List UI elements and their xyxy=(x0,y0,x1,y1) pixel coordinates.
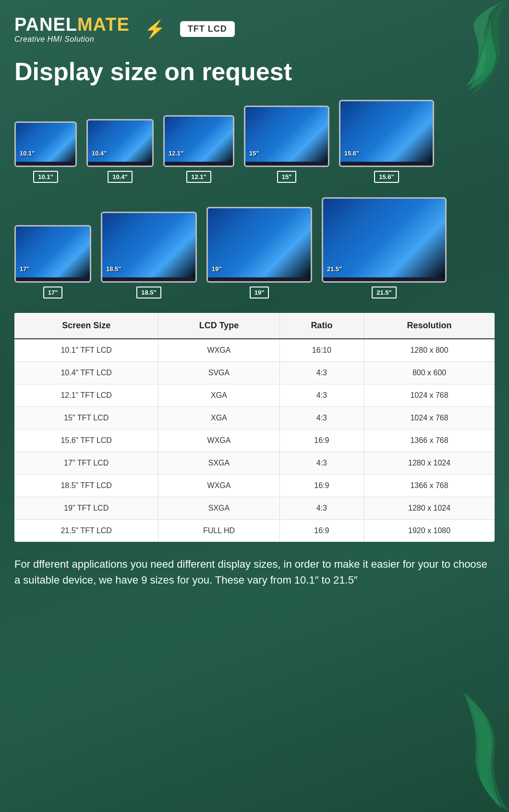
size-badge-185: 18.5" xyxy=(136,287,161,299)
monitor-image-215: 21.5" xyxy=(322,197,447,283)
col-header-resolution: Resolution xyxy=(364,313,495,339)
size-badge-19: 19" xyxy=(250,287,269,299)
table-row: 21.5" TFT LCDFULL HD16:91920 x 1080 xyxy=(14,520,495,542)
monitor-item-156: 15.6" 15.6" xyxy=(339,100,434,183)
col-header-ratio: Ratio xyxy=(279,313,364,339)
cell-resolution: 1280 x 800 xyxy=(364,339,495,362)
cell-resolution: 1024 x 768 xyxy=(364,407,495,430)
logo: PANEL MATE xyxy=(14,14,130,35)
monitor-item-17: 17" 17" xyxy=(14,225,91,299)
monitor-item-121: 12.1" 12.1" xyxy=(163,115,234,183)
specs-table: Screen Size LCD Type Ratio Resolution 10… xyxy=(14,313,495,542)
logo-area: PANEL MATE Creative HMI Solution xyxy=(14,14,130,44)
cell-resolution: 1366 x 768 xyxy=(364,475,495,497)
table-row: 12.1" TFT LCDXGA4:31024 x 768 xyxy=(14,384,495,407)
table-row: 18.5" TFT LCDWXGA16:91366 x 768 xyxy=(14,475,495,497)
table-body: 10.1" TFT LCDWXGA16:101280 x 80010.4" TF… xyxy=(14,339,495,542)
monitors-row-1: 10.1" 10.1" 10.4" 10.4" 12.1" xyxy=(14,100,495,183)
cell-screen-size: 10.4" TFT LCD xyxy=(14,362,158,384)
footer-text: For dfferent applications you need diffe… xyxy=(14,556,495,588)
cell-lcd-type: WXGA xyxy=(158,339,279,362)
monitor-item-15: 15" 15" xyxy=(244,106,329,183)
main-heading: Display size on request xyxy=(14,58,495,85)
cell-lcd-type: SXGA xyxy=(158,452,279,475)
cell-resolution: 1366 x 768 xyxy=(364,430,495,452)
cell-screen-size: 10.1" TFT LCD xyxy=(14,339,158,362)
monitor-image-185: 18.5" xyxy=(101,212,197,283)
size-badge-121: 12.1" xyxy=(186,171,211,183)
monitor-size-label-156: 15.6" xyxy=(344,150,359,157)
logo-subtitle: Creative HMI Solution xyxy=(14,35,130,44)
specs-table-container: Screen Size LCD Type Ratio Resolution 10… xyxy=(14,313,495,542)
monitor-size-label-19: 19" xyxy=(212,265,222,273)
monitor-image-17: 17" xyxy=(14,225,91,283)
cell-lcd-type: WXGA xyxy=(158,475,279,497)
col-header-screen-size: Screen Size xyxy=(14,313,158,339)
col-header-lcd-type: LCD Type xyxy=(158,313,279,339)
table-row: 19" TFT LCDSXGA4:31280 x 1024 xyxy=(14,497,495,520)
cell-resolution: 1920 x 1080 xyxy=(364,520,495,542)
lightning-icon: ⚡ xyxy=(144,19,166,39)
cell-lcd-type: XGA xyxy=(158,384,279,407)
size-badge-215: 21.5" xyxy=(372,287,396,299)
size-badge-156: 15.6" xyxy=(374,171,399,183)
monitor-size-label-121: 12.1" xyxy=(169,150,183,157)
size-badge-104: 10.4" xyxy=(108,171,132,183)
cell-resolution: 800 x 600 xyxy=(364,362,495,384)
cell-ratio: 4:3 xyxy=(279,497,364,520)
monitor-image-19: 19" xyxy=(206,207,312,283)
table-row: 10.4" TFT LCDSVGA4:3800 x 600 xyxy=(14,362,495,384)
monitor-item-185: 18.5" 18.5" xyxy=(101,212,197,299)
cell-screen-size: 21.5" TFT LCD xyxy=(14,520,158,542)
table-header-row: Screen Size LCD Type Ratio Resolution xyxy=(14,313,495,339)
monitor-size-label-185: 18.5" xyxy=(106,265,121,273)
cell-ratio: 16:9 xyxy=(279,520,364,542)
logo-panel-text: PANEL xyxy=(14,14,77,35)
cell-ratio: 16:9 xyxy=(279,430,364,452)
leaf-decoration-bottom xyxy=(432,668,509,812)
monitor-image-121: 12.1" xyxy=(163,115,234,167)
cell-ratio: 4:3 xyxy=(279,407,364,430)
monitor-image-156: 15.6" xyxy=(339,100,434,167)
cell-ratio: 16:9 xyxy=(279,475,364,497)
monitor-size-label-15: 15" xyxy=(249,150,259,157)
logo-mate-text: MATE xyxy=(77,14,130,35)
monitor-image-101: 10.1" xyxy=(14,121,77,167)
monitor-size-label-17: 17" xyxy=(20,265,30,273)
cell-ratio: 4:3 xyxy=(279,362,364,384)
cell-lcd-type: XGA xyxy=(158,407,279,430)
table-row: 10.1" TFT LCDWXGA16:101280 x 800 xyxy=(14,339,495,362)
table-row: 15" TFT LCDXGA4:31024 x 768 xyxy=(14,407,495,430)
cell-lcd-type: SVGA xyxy=(158,362,279,384)
monitor-item-19: 19" 19" xyxy=(206,207,312,299)
cell-resolution: 1024 x 768 xyxy=(364,384,495,407)
cell-ratio: 4:3 xyxy=(279,384,364,407)
cell-screen-size: 15.6" TFT LCD xyxy=(14,430,158,452)
cell-ratio: 4:3 xyxy=(279,452,364,475)
tft-badge: TFT LCD xyxy=(180,21,235,37)
monitor-size-label-104: 10.4" xyxy=(92,150,107,157)
monitor-item-101: 10.1" 10.1" xyxy=(14,121,77,183)
monitor-item-215: 21.5" 21.5" xyxy=(322,197,447,299)
cell-lcd-type: FULL HD xyxy=(158,520,279,542)
monitor-size-label-101: 10.1" xyxy=(20,150,35,157)
size-badge-17: 17" xyxy=(43,287,63,299)
cell-lcd-type: WXGA xyxy=(158,430,279,452)
monitor-image-104: 10.4" xyxy=(86,119,154,167)
cell-screen-size: 12.1" TFT LCD xyxy=(14,384,158,407)
monitor-image-15: 15" xyxy=(244,106,329,167)
monitor-size-label-215: 21.5" xyxy=(327,265,342,273)
cell-screen-size: 18.5" TFT LCD xyxy=(14,475,158,497)
cell-ratio: 16:10 xyxy=(279,339,364,362)
table-row: 15.6" TFT LCDWXGA16:91366 x 768 xyxy=(14,430,495,452)
cell-screen-size: 19" TFT LCD xyxy=(14,497,158,520)
size-badge-101: 10.1" xyxy=(33,171,58,183)
table-row: 17" TFT LCDSXGA4:31280 x 1024 xyxy=(14,452,495,475)
cell-screen-size: 17" TFT LCD xyxy=(14,452,158,475)
monitor-item-104: 10.4" 10.4" xyxy=(86,119,154,183)
cell-screen-size: 15" TFT LCD xyxy=(14,407,158,430)
page-header: PANEL MATE Creative HMI Solution ⚡ TFT L… xyxy=(14,14,495,44)
monitors-row-2: 17" 17" 18.5" 18.5" 19" xyxy=(14,197,495,299)
cell-resolution: 1280 x 1024 xyxy=(364,497,495,520)
cell-resolution: 1280 x 1024 xyxy=(364,452,495,475)
